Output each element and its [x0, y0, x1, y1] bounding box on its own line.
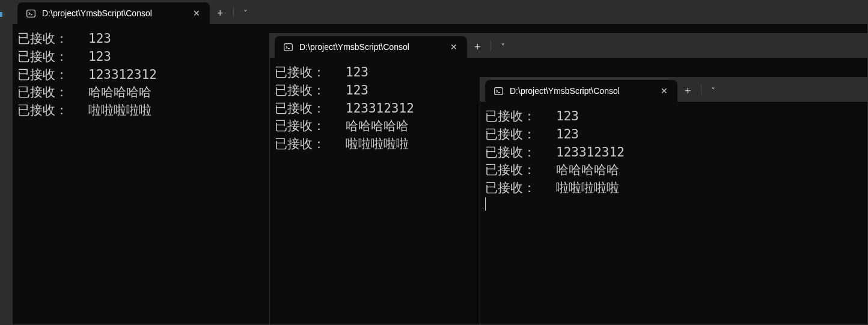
- close-icon[interactable]: ✕: [657, 84, 671, 98]
- plus-icon: +: [474, 41, 481, 54]
- line-value: 123: [556, 126, 579, 144]
- console-line: 已接收：123312312: [485, 144, 863, 162]
- text-cursor: [485, 197, 486, 211]
- line-label: 已接收：: [485, 161, 556, 179]
- svg-rect-0: [27, 10, 35, 17]
- new-tab-button[interactable]: +: [677, 80, 698, 102]
- chevron-down-icon: ˅: [243, 8, 248, 18]
- tab-active[interactable]: D:\project\YmsbScript\Consol✕: [485, 80, 677, 102]
- tab-active[interactable]: D:\project\YmsbScript\Consol✕: [17, 2, 210, 24]
- console-line: [485, 197, 863, 211]
- console-line: 已接收：哈哈哈哈哈: [485, 161, 863, 179]
- tab-dropdown-button[interactable]: ˅: [704, 80, 723, 102]
- line-label: 已接收：: [275, 64, 346, 82]
- line-label: 已接收：: [485, 126, 556, 144]
- line-label: 已接收：: [485, 144, 556, 162]
- tab-title: D:\project\YmsbScript\Consol: [299, 42, 442, 52]
- line-label: 已接收：: [275, 135, 346, 153]
- line-value: 123312312: [556, 144, 625, 162]
- line-value: 123: [346, 82, 368, 100]
- line-value: 123: [556, 108, 579, 126]
- plus-icon: +: [685, 85, 691, 98]
- editor-left-strip: [0, 0, 12, 325]
- line-label: 已接收：: [17, 48, 88, 66]
- line-label: 已接收：: [275, 117, 346, 135]
- line-value: 123: [88, 30, 111, 48]
- line-label: 已接收：: [275, 82, 346, 100]
- line-label: 已接收：: [17, 102, 88, 120]
- line-value: 123312312: [88, 66, 157, 84]
- line-value: 哈哈哈哈哈: [346, 117, 409, 135]
- close-icon[interactable]: ✕: [189, 6, 204, 20]
- plus-icon: +: [217, 7, 224, 20]
- line-value: 123: [346, 64, 368, 82]
- tab-bar: D:\project\YmsbScript\Consol✕+˅: [13, 0, 867, 24]
- cmd-icon: [283, 42, 293, 52]
- tab-bar: D:\project\YmsbScript\Consol✕+˅: [480, 78, 867, 102]
- line-value: 哈哈哈哈哈: [88, 84, 151, 102]
- terminal-window-2: D:\project\YmsbScript\Consol✕+˅已接收：123已接…: [480, 77, 868, 325]
- console-line: 已接收：123: [485, 108, 863, 126]
- line-label: 已接收：: [485, 179, 556, 197]
- tab-bar: D:\project\YmsbScript\Consol✕+˅: [270, 34, 867, 58]
- svg-rect-4: [495, 87, 503, 94]
- line-value: 啦啦啦啦啦: [346, 135, 409, 153]
- tab-title: D:\project\YmsbScript\Consol: [510, 86, 652, 96]
- separator: [491, 40, 491, 51]
- line-value: 哈哈哈哈哈: [556, 161, 619, 179]
- console-line: 已接收：123: [485, 126, 863, 144]
- line-label: 已接收：: [275, 100, 346, 118]
- cmd-icon: [26, 8, 36, 19]
- cmd-icon: [494, 86, 504, 96]
- console-output: 已接收：123已接收：123已接收：123312312已接收：哈哈哈哈哈已接收：…: [480, 102, 867, 217]
- line-value: 啦啦啦啦啦: [88, 102, 151, 120]
- new-tab-button[interactable]: +: [467, 36, 488, 58]
- line-label: 已接收：: [485, 108, 556, 126]
- line-label: 已接收：: [17, 30, 88, 48]
- separator: [701, 84, 701, 95]
- tab-dropdown-button[interactable]: ˅: [236, 2, 255, 24]
- line-value: 啦啦啦啦啦: [556, 179, 619, 197]
- console-line: 已接收：啦啦啦啦啦: [485, 179, 863, 197]
- tab-title: D:\project\YmsbScript\Consol: [42, 8, 185, 18]
- line-label: 已接收：: [17, 84, 88, 102]
- tab-active[interactable]: D:\project\YmsbScript\Consol✕: [275, 36, 467, 58]
- tab-dropdown-button[interactable]: ˅: [494, 36, 512, 58]
- separator: [233, 7, 234, 17]
- line-value: 123: [88, 48, 111, 66]
- svg-rect-2: [284, 43, 293, 51]
- line-value: 123312312: [346, 100, 414, 118]
- line-label: 已接收：: [17, 66, 88, 84]
- close-icon[interactable]: ✕: [447, 40, 461, 54]
- chevron-down-icon: ˅: [711, 86, 715, 96]
- chevron-down-icon: ˅: [501, 42, 505, 52]
- new-tab-button[interactable]: +: [210, 2, 231, 24]
